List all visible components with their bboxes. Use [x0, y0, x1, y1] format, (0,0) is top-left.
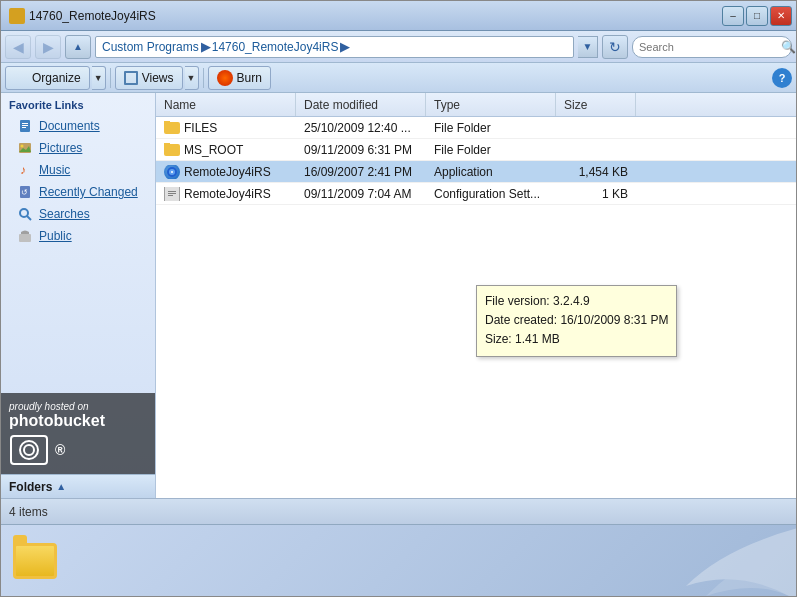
tooltip-version: File version: 3.2.4.9	[485, 292, 668, 311]
photobucket-logo	[9, 434, 49, 466]
sidebar-item-pictures[interactable]: Pictures	[1, 137, 155, 159]
breadcrumb-folder[interactable]: 14760_RemoteJoy4iRS	[212, 40, 339, 54]
sidebar-label-recently-changed: Recently Changed	[39, 185, 138, 199]
sidebar-item-searches[interactable]: Searches	[1, 203, 155, 225]
folders-bar[interactable]: Folders ▲	[1, 474, 155, 498]
sidebar-label-pictures: Pictures	[39, 141, 82, 155]
svg-text:♪: ♪	[20, 163, 26, 177]
breadcrumb-custom-programs[interactable]: Custom Programs	[102, 40, 199, 54]
up-button[interactable]: ▲	[65, 35, 91, 59]
column-header-name[interactable]: Name	[156, 93, 296, 116]
search-icon[interactable]: 🔍	[781, 38, 796, 56]
column-header-date[interactable]: Date modified	[296, 93, 426, 116]
forward-button[interactable]: ▶	[35, 35, 61, 59]
search-bar: 🔍	[632, 36, 792, 58]
toolbar: Organize ▼ Views ▼ Burn ?	[1, 63, 796, 93]
svg-rect-5	[22, 127, 26, 128]
file-name-files: FILES	[156, 121, 296, 135]
file-name-msroot: MS_ROOT	[156, 143, 296, 157]
svg-rect-14	[19, 234, 31, 242]
public-icon	[17, 228, 33, 244]
views-icon	[124, 71, 138, 85]
views-label: Views	[142, 71, 174, 85]
file-size-config: 1 KB	[556, 187, 636, 201]
views-button[interactable]: Views	[115, 66, 183, 90]
svg-rect-4	[22, 125, 28, 126]
toolbar-separator-2	[203, 68, 204, 88]
title-bar: 14760_RemoteJoy4iRS – □ ✕	[1, 1, 796, 31]
table-row[interactable]: FILES 25/10/2009 12:40 ... File Folder	[156, 117, 796, 139]
svg-rect-23	[168, 193, 176, 194]
status-items: 4 items	[9, 505, 48, 519]
svg-point-17	[24, 445, 34, 455]
sidebar-item-music[interactable]: ♪ Music	[1, 159, 155, 181]
window: 14760_RemoteJoy4iRS – □ ✕ ◀ ▶ ▲ Custom P…	[0, 0, 797, 597]
window-icon	[9, 8, 25, 24]
svg-point-16	[20, 441, 38, 459]
tooltip-date: Date created: 16/10/2009 8:31 PM	[485, 311, 668, 330]
photobucket-overlay: proudly hosted on photobucket ®	[1, 393, 155, 474]
folder-icon	[164, 121, 180, 135]
address-bar: ◀ ▶ ▲ Custom Programs ▶ 14760_RemoteJoy4…	[1, 31, 796, 63]
searches-icon	[17, 206, 33, 222]
organize-icon	[14, 71, 28, 85]
sidebar-item-documents[interactable]: Documents	[1, 115, 155, 137]
svg-text:↺: ↺	[21, 188, 28, 197]
table-row[interactable]: RemoteJoy4iRS 16/09/2007 2:41 PM Applica…	[156, 161, 796, 183]
music-icon: ♪	[17, 162, 33, 178]
breadcrumb: Custom Programs ▶ 14760_RemoteJoy4iRS ▶	[95, 36, 574, 58]
close-button[interactable]: ✕	[770, 6, 792, 26]
organize-dropdown[interactable]: ▼	[92, 66, 106, 90]
sidebar-label-public: Public	[39, 229, 72, 243]
address-dropdown-button[interactable]: ▼	[578, 36, 598, 58]
file-date-files: 25/10/2009 12:40 ...	[296, 121, 426, 135]
table-row[interactable]: MS_ROOT 09/11/2009 6:31 PM File Folder	[156, 139, 796, 161]
back-button[interactable]: ◀	[5, 35, 31, 59]
burn-button[interactable]: Burn	[208, 66, 271, 90]
file-list-container: Name Date modified Type Size FILES 25/10…	[156, 93, 796, 498]
svg-line-13	[27, 216, 31, 220]
folders-label: Folders	[9, 480, 52, 494]
column-header-type[interactable]: Type	[426, 93, 556, 116]
file-date-app: 16/09/2007 2:41 PM	[296, 165, 426, 179]
title-bar-left: 14760_RemoteJoy4iRS	[9, 8, 156, 24]
refresh-button[interactable]: ↻	[602, 35, 628, 59]
svg-rect-0	[12, 13, 22, 20]
column-header-size[interactable]: Size	[556, 93, 636, 116]
file-name-config: RemoteJoy4iRS	[156, 187, 296, 201]
sidebar: Favorite Links Documents	[1, 93, 156, 498]
help-button[interactable]: ?	[772, 68, 792, 88]
main-content: Favorite Links Documents	[1, 93, 796, 498]
breadcrumb-separator-2: ▶	[340, 40, 349, 54]
burn-icon	[217, 70, 233, 86]
status-bar: 4 items	[1, 498, 796, 524]
minimize-button[interactable]: –	[722, 6, 744, 26]
bottom-folder-icon	[13, 543, 57, 579]
sidebar-label-documents: Documents	[39, 119, 100, 133]
wing-decoration	[686, 526, 796, 596]
folder-icon	[164, 143, 180, 157]
app-icon	[164, 165, 180, 179]
organize-button[interactable]: Organize	[5, 66, 90, 90]
file-type-msroot: File Folder	[426, 143, 556, 157]
file-tooltip: File version: 3.2.4.9 Date created: 16/1…	[476, 285, 677, 357]
window-title: 14760_RemoteJoy4iRS	[29, 9, 156, 23]
file-type-files: File Folder	[426, 121, 556, 135]
file-date-config: 09/11/2009 7:04 AM	[296, 187, 426, 201]
table-row[interactable]: RemoteJoy4iRS 09/11/2009 7:04 AM Configu…	[156, 183, 796, 205]
file-type-app: Application	[426, 165, 556, 179]
file-size-app: 1,454 KB	[556, 165, 636, 179]
maximize-button[interactable]: □	[746, 6, 768, 26]
search-input[interactable]	[639, 41, 777, 53]
toolbar-separator-1	[110, 68, 111, 88]
views-dropdown[interactable]: ▼	[185, 66, 199, 90]
sidebar-item-recently-changed[interactable]: ↺ Recently Changed	[1, 181, 155, 203]
svg-rect-24	[168, 195, 173, 196]
svg-rect-22	[168, 191, 176, 192]
sidebar-label-searches: Searches	[39, 207, 90, 221]
sidebar-item-public[interactable]: Public	[1, 225, 155, 247]
photobucket-text2: photobucket	[9, 412, 147, 430]
config-icon	[164, 187, 180, 201]
svg-point-20	[171, 171, 173, 173]
folders-chevron: ▲	[56, 481, 66, 492]
